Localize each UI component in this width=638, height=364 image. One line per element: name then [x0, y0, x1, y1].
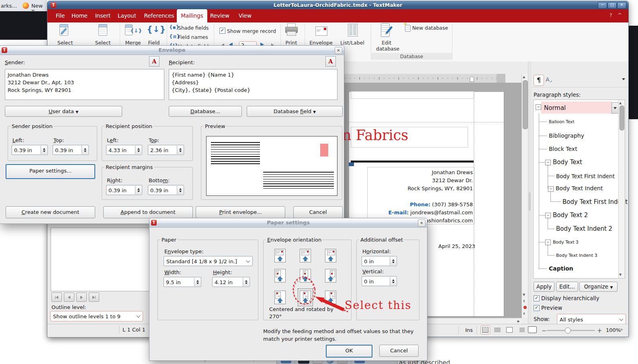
- scroll-up-icon[interactable]: ▲: [523, 75, 525, 79]
- paper-cancel-button[interactable]: Cancel: [379, 345, 419, 357]
- orientation-option-6[interactable]: [325, 269, 336, 283]
- expander-normal[interactable]: −: [536, 104, 541, 110]
- styles-scrollbar-thumb[interactable]: [620, 106, 624, 130]
- paper-dialog-close-icon[interactable]: ✕: [418, 220, 425, 227]
- zoom-slider[interactable]: [547, 330, 595, 331]
- character-styles-tab-icon[interactable]: A⸝: [545, 76, 554, 84]
- next-button[interactable]: [76, 293, 87, 302]
- edit-database-icon[interactable]: [381, 23, 395, 37]
- orientation-option-7[interactable]: [274, 291, 286, 304]
- show-merge-record-checkbox[interactable]: ✓: [219, 28, 225, 34]
- paragraph-styles-tab-icon[interactable]: ¶: [534, 75, 544, 86]
- style-name[interactable]: Body Text First Indent: [556, 173, 615, 179]
- browse-object-icon[interactable]: [523, 306, 527, 309]
- zoom-in-icon[interactable]: +: [597, 327, 602, 334]
- previous-button[interactable]: [64, 293, 74, 302]
- orientation-option-2[interactable]: [300, 249, 311, 262]
- edit-database-label[interactable]: Editdatabase: [376, 40, 397, 52]
- envelope-dialog-close-icon[interactable]: ✕: [335, 47, 342, 54]
- new-database-label[interactable]: New database: [412, 25, 448, 31]
- style-name[interactable]: Body Text Indent 3: [556, 253, 597, 258]
- organize-button[interactable]: Organize ▼: [579, 282, 618, 292]
- show-styles-dropdown[interactable]: All styles: [557, 314, 626, 325]
- scroll-right-icon[interactable]: ▶: [517, 319, 520, 323]
- sender-left-spinner[interactable]: 0.39 in: [12, 145, 48, 155]
- vertical-scrollbar-thumb[interactable]: [523, 80, 528, 129]
- height-spinner[interactable]: 4.12 in: [212, 277, 250, 287]
- sender-top-spinner[interactable]: 0.39 in: [53, 145, 89, 155]
- orientation-option-5[interactable]: [300, 269, 311, 283]
- collapse-ribbon-icon[interactable]: ^: [618, 12, 622, 18]
- select-text-icon[interactable]: [98, 24, 107, 36]
- expander-body-text-3[interactable]: −: [545, 240, 551, 245]
- select-records-icon[interactable]: [59, 24, 70, 36]
- close-button[interactable]: ✕: [617, 2, 626, 9]
- envelope-dialog-titlebar[interactable]: T Envelope ✕: [0, 46, 344, 55]
- vertical-spinner[interactable]: 0 in: [362, 276, 397, 286]
- view-outline-icon[interactable]: [517, 325, 526, 334]
- merge-icon[interactable]: {↓}: [125, 24, 139, 37]
- print-envelope-button[interactable]: Print envelope...: [196, 206, 285, 218]
- paper-settings-button[interactable]: Paper settings...: [6, 164, 95, 179]
- tab-review[interactable]: Review: [209, 9, 231, 22]
- style-name[interactable]: Body Text Indent 2: [556, 225, 612, 232]
- tab-view[interactable]: View: [236, 9, 254, 22]
- minimize-button[interactable]: ─: [598, 2, 607, 9]
- style-name[interactable]: Bibliography: [549, 132, 584, 139]
- width-spinner[interactable]: 9.5 in: [164, 277, 201, 287]
- zoom-slider-thumb[interactable]: [565, 327, 571, 333]
- expander-body-text[interactable]: −: [545, 160, 551, 165]
- zoom-level[interactable]: 100%: [606, 327, 621, 333]
- orientation-option-8-selected[interactable]: [300, 291, 311, 304]
- sender-font-button[interactable]: A: [149, 56, 160, 67]
- panel-menu-icon[interactable]: [622, 78, 625, 80]
- view-page-layout-icon[interactable]: [481, 325, 490, 334]
- style-name[interactable]: Body Text 2: [553, 211, 588, 219]
- display-hierarchically-checkbox[interactable]: ✓: [534, 295, 540, 301]
- expander-body-text-2[interactable]: −: [545, 213, 551, 218]
- sender-textbox[interactable]: Jonathan Drews3212 Dewar Dr., Apt. 103Ro…: [5, 69, 164, 100]
- style-name[interactable]: Normal: [544, 104, 566, 112]
- scroll-down-icon[interactable]: ▼: [523, 293, 525, 297]
- paper-dialog-titlebar[interactable]: T Paper settings ✕: [149, 218, 427, 228]
- tab-references[interactable]: References: [143, 9, 176, 22]
- style-name[interactable]: Body Text Indent: [556, 185, 603, 191]
- view-continuous-icon[interactable]: [493, 325, 502, 334]
- envelope-label[interactable]: Envelope: [309, 40, 333, 46]
- margin-bottom-spinner[interactable]: 0.39 in: [148, 185, 184, 195]
- tab-mailings[interactable]: Mailings: [177, 9, 207, 22]
- orientation-option-4[interactable]: [274, 269, 286, 283]
- create-new-document-button[interactable]: Create new document: [6, 206, 95, 218]
- style-name[interactable]: Balloon Text: [549, 119, 575, 124]
- maximize-button[interactable]: □: [607, 2, 617, 9]
- style-name[interactable]: Body Text First Indent: [562, 198, 628, 205]
- tab-home[interactable]: Home: [70, 9, 89, 22]
- orientation-option-1[interactable]: [274, 249, 286, 262]
- ok-button[interactable]: OK: [326, 345, 372, 358]
- browser-bookmarks-fragment[interactable]: arks...: [1, 3, 17, 9]
- edit-button[interactable]: Edit...: [556, 282, 578, 292]
- style-name[interactable]: Caption: [549, 265, 573, 272]
- show-merge-record-label[interactable]: Show merge record: [227, 28, 276, 34]
- outline-level-dropdown[interactable]: Show outline levels 1 to 9: [50, 311, 143, 321]
- view-book-icon[interactable]: [528, 326, 537, 333]
- margin-right-spinner[interactable]: 0.39 in: [106, 185, 142, 195]
- view-normal-icon[interactable]: [505, 325, 514, 334]
- first-button[interactable]: [51, 293, 62, 302]
- tab-insert[interactable]: Insert: [94, 9, 112, 22]
- preview-label[interactable]: Preview: [541, 305, 562, 311]
- list-label-label[interactable]: List/Label: [338, 40, 366, 46]
- envelope-type-dropdown[interactable]: Standard [4 1/8 x 9 1/2 in.]: [164, 256, 253, 266]
- shade-fields-label[interactable]: Shade fields: [178, 25, 209, 31]
- recipient-top-spinner[interactable]: 2.36 in: [148, 145, 184, 155]
- vertical-scrollbar[interactable]: ▲ ▼ ⇞ ⇟: [521, 74, 528, 318]
- print-label[interactable]: Print: [282, 40, 300, 46]
- previous-object-icon[interactable]: ⇞: [523, 299, 526, 303]
- styles-list-scrollbar[interactable]: ▲ ▼: [618, 100, 625, 278]
- style-name[interactable]: Body Text: [553, 159, 582, 166]
- tab-layout[interactable]: Layout: [117, 9, 137, 22]
- help-icon[interactable]: ?: [609, 12, 612, 18]
- statusbar-more-icon[interactable]: »: [620, 326, 623, 332]
- tab-file[interactable]: File: [53, 9, 67, 22]
- recipient-textbox[interactable]: {First name} {Name 1}{Address}{City}, {S…: [169, 69, 337, 100]
